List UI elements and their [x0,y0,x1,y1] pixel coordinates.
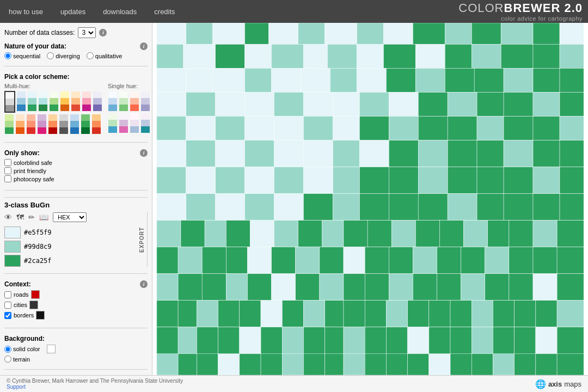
export-label: EXPORT [139,212,148,267]
svg-rect-35 [245,68,272,92]
data-classes-select[interactable]: 3456789 [78,27,96,38]
single-hue-2[interactable] [119,91,128,112]
svg-rect-232 [493,354,514,375]
svg-rect-85 [389,140,418,167]
svg-rect-5 [245,23,269,44]
scheme-swatch-9[interactable] [4,114,14,134]
scheme-row-2 [4,114,102,134]
support-link[interactable]: Support [7,384,26,390]
single-hue-3[interactable] [130,91,139,112]
axismaps-maps: maps [564,380,581,388]
scheme-row [4,91,102,113]
nature-sequential[interactable]: sequential [4,52,40,59]
print-checkbox[interactable] [4,167,11,174]
svg-rect-176 [157,301,178,327]
book-icon[interactable]: 📖 [39,213,48,222]
scheme-swatch-13[interactable] [48,114,58,134]
nav-updates[interactable]: updates [57,5,89,18]
svg-rect-182 [282,301,303,327]
bg-terrain-radio[interactable] [4,356,11,363]
data-classes-info-icon[interactable]: i [99,29,107,36]
single-hue-9[interactable] [140,113,150,133]
photocopy-checkbox[interactable] [4,175,11,182]
roads-checkbox[interactable] [4,291,11,298]
svg-rect-30 [533,44,560,68]
scheme-swatch-10[interactable] [15,114,25,134]
single-hue-4[interactable] [140,91,150,112]
bg-solid-radio[interactable] [4,346,11,353]
svg-rect-172 [485,274,509,301]
color-row-3: #2ca25f [4,255,137,267]
bg-terrain-label[interactable]: terrain [4,356,30,363]
svg-rect-148 [344,247,365,274]
nature-qualitative[interactable]: qualitative [87,52,122,59]
borders-color-box[interactable] [36,311,45,320]
format-select[interactable]: HEX RGB CMYK [53,212,87,222]
only-show-info-icon[interactable]: i [140,149,148,157]
scheme-swatch-4[interactable] [49,91,59,113]
scheme-swatch-5[interactable] [60,91,70,113]
pen-icon[interactable]: ✏ [28,213,35,222]
svg-rect-91 [560,140,584,167]
scheme-swatch-15[interactable] [70,114,79,134]
svg-rect-198 [197,327,218,357]
only-show-section: Only show: i colorblind safe print frien… [4,149,148,183]
scheme-swatch-7[interactable] [82,91,91,113]
single-hue-1[interactable] [108,91,118,112]
svg-rect-117 [448,194,477,220]
svg-rect-136 [488,220,509,247]
scheme-swatch-17[interactable] [91,114,101,134]
roads-color-box[interactable] [31,290,40,299]
svg-rect-210 [450,327,471,357]
single-hue-7[interactable] [119,113,128,133]
nature-info-icon[interactable]: i [140,42,148,50]
eye-icon[interactable]: 👁 [4,213,12,222]
svg-rect-205 [344,327,365,357]
svg-rect-56 [418,92,448,116]
svg-rect-17 [157,44,183,68]
scheme-swatch-14[interactable] [59,114,69,134]
single-hue-6[interactable] [108,113,118,133]
svg-rect-165 [320,274,344,301]
nav-howto[interactable]: how to use [5,5,46,18]
map-icon[interactable]: 🗺 [16,213,24,222]
svg-rect-162 [248,274,272,301]
svg-rect-90 [533,140,560,167]
svg-rect-23 [328,44,357,68]
nature-diverging[interactable]: diverging [47,52,80,59]
cities-color-box[interactable] [29,301,38,309]
color-hex-2: #99d8c9 [24,243,52,250]
colorblind-checkbox[interactable] [4,159,11,166]
scheme-swatch-bugn2[interactable] [27,91,37,113]
nav-downloads[interactable]: downloads [100,5,140,18]
scheme-swatch-11[interactable] [26,114,36,134]
scheme-swatch-6[interactable] [71,91,81,113]
svg-rect-93 [186,167,216,194]
svg-rect-106 [560,167,584,194]
bg-color-box[interactable] [47,345,56,353]
svg-rect-163 [272,274,296,301]
bg-solid-label[interactable]: solid color [4,346,40,353]
svg-rect-81 [274,140,304,167]
cities-checkbox[interactable] [4,302,11,309]
scheme-swatch-12[interactable] [37,114,47,134]
scheme-swatch-blues[interactable] [16,91,26,113]
scheme-swatch-16[interactable] [81,114,90,134]
svg-rect-128 [298,220,322,247]
svg-rect-125 [226,220,250,247]
nav-credits[interactable]: credits [151,5,178,18]
brand-color: COLOR [458,1,504,15]
single-hue-8[interactable] [130,113,139,133]
brand-brewer: BREWER [504,1,561,15]
svg-rect-177 [178,301,197,327]
scheme-swatch-8[interactable] [93,91,102,113]
cities-label: cities [14,302,27,308]
svg-rect-80 [245,140,274,167]
borders-checkbox[interactable] [4,312,11,319]
svg-rect-94 [216,167,245,194]
scheme-swatch-bugn[interactable] [4,91,15,113]
scheme-swatch-3[interactable] [38,91,48,113]
single-hue-section: Single hue: [108,83,152,136]
svg-rect-12 [445,23,471,44]
context-info-icon[interactable]: i [140,280,148,288]
